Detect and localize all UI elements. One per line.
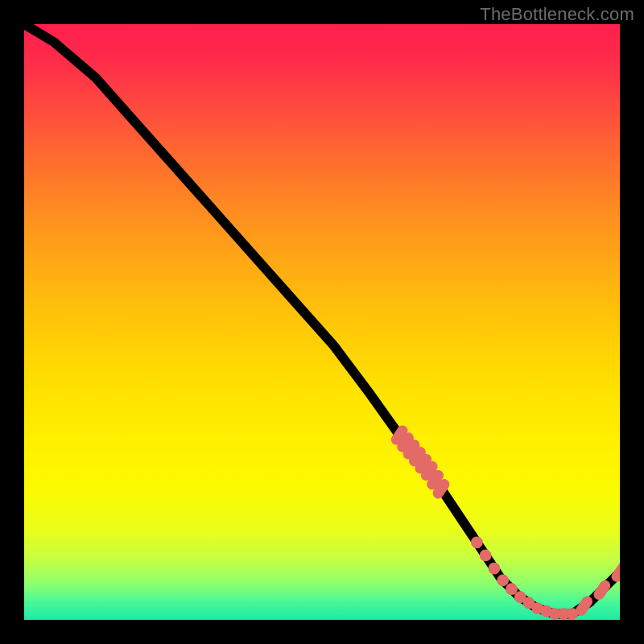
bottleneck-curve-line — [24, 24, 620, 614]
bottleneck-curve-svg — [24, 24, 620, 620]
svg-point-9 — [480, 550, 492, 562]
highlight-markers — [389, 423, 620, 620]
svg-point-11 — [497, 574, 509, 586]
plot-area — [24, 24, 620, 620]
svg-point-8 — [471, 536, 483, 548]
chart-container: TheBottleneck.com — [0, 0, 644, 644]
watermark-text: TheBottleneck.com — [480, 4, 634, 25]
svg-point-10 — [489, 563, 501, 575]
